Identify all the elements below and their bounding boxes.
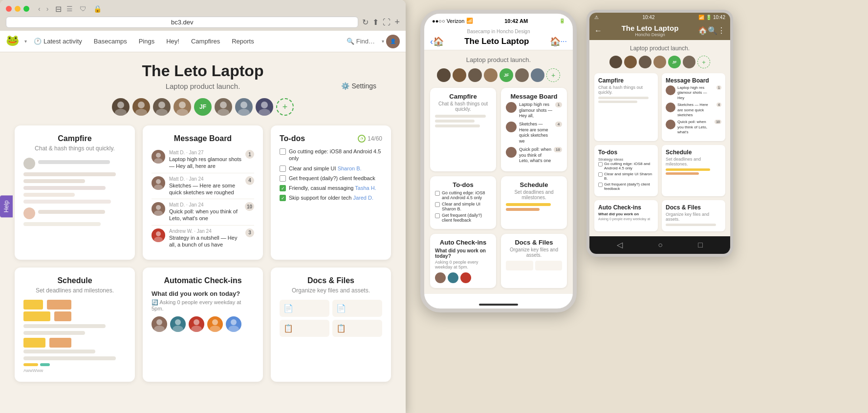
todo-text-1: Go cutting edge: iOS8 and Android 4.5 on…	[289, 148, 382, 162]
svg-point-5	[156, 109, 168, 116]
avatar-2[interactable]	[132, 98, 150, 116]
android-todos-card[interactable]: To-dos Strategy ideas Go cutting edge: i…	[594, 145, 658, 196]
nav-find[interactable]: 🔍 Find…	[342, 35, 380, 48]
todo-check-2[interactable]	[280, 165, 286, 172]
android-avatar-row: JF +	[594, 56, 725, 68]
ios-checkins-card[interactable]: Auto Check-ins What did you work on toda…	[430, 234, 496, 288]
fullscreen-button[interactable]: ⛶	[383, 18, 391, 27]
traffic-light-green[interactable]	[23, 6, 29, 12]
message-entry-4[interactable]: Andrew W. · Jan 24 Strategy in a nutshel…	[152, 226, 254, 251]
android-back-button[interactable]: ←	[594, 26, 602, 35]
android-schedule-card[interactable]: Schedule Set deadlines and milestones.	[662, 145, 725, 196]
ios-checkin-question: What did you work on today?	[435, 248, 491, 259]
nav-dropdown-right[interactable]: ▾	[382, 39, 384, 44]
traffic-light-yellow[interactable]	[15, 6, 21, 12]
android-msg-2: Sketches — Here are some quick sketches …	[666, 103, 721, 118]
ios-home-icon[interactable]: 🏠	[433, 36, 444, 47]
doc-item-4[interactable]: 📋	[332, 320, 382, 337]
help-button[interactable]: Help	[0, 196, 13, 218]
lock-button[interactable]: 🔒	[91, 4, 104, 14]
android-home-icon[interactable]: 🏠	[698, 26, 708, 35]
doc-item-3[interactable]: 📋	[280, 320, 329, 337]
ios-schedule-card[interactable]: Schedule Set deadlines and milestones.	[501, 176, 567, 229]
ios-todos-card[interactable]: To-dos Go cutting edge: iOS8 and Android…	[430, 176, 496, 229]
android-recents-nav[interactable]: □	[698, 241, 703, 249]
ios-campfire-card[interactable]: Campfire Chat & hash things out quickly.	[430, 88, 496, 171]
back-button[interactable]: ‹	[36, 4, 43, 14]
traffic-light-red[interactable]	[6, 6, 12, 12]
android-more-icon[interactable]: ⋮	[717, 26, 725, 35]
todo-item-4[interactable]: ✓ Friendly, casual messaging Tasha H.	[280, 185, 382, 191]
nav-reports[interactable]: Reports	[227, 35, 259, 48]
nav-basecamps[interactable]: Basecamps	[89, 35, 132, 48]
forward-button[interactable]: ›	[44, 4, 51, 14]
ios-page-title: The Leto Laptop	[444, 37, 550, 46]
svg-point-0	[117, 102, 124, 108]
android-home-nav[interactable]: ○	[658, 241, 663, 249]
avatar-5[interactable]	[215, 98, 232, 116]
doc-item-1[interactable]: 📄	[280, 300, 329, 317]
todo-item-3[interactable]: Get frequent (daily?) client feedback	[280, 175, 382, 182]
avatar-7[interactable]	[256, 98, 273, 116]
avatar-3[interactable]	[153, 98, 171, 116]
nav-dropdown-arrow[interactable]: ▾	[24, 39, 27, 44]
avatar-1[interactable]	[112, 98, 130, 116]
refresh-button[interactable]: ↻	[362, 18, 369, 27]
message-entry-2[interactable]: Matt D. · Jan 24 Sketches — Here are som…	[152, 173, 254, 200]
message-entry-3[interactable]: Matt D. · Jan 24 Quick poll: when you th…	[152, 199, 254, 226]
user-avatar[interactable]: 👤	[386, 35, 400, 48]
ios-message-board-card[interactable]: Message Board Laptop high res glamour sh…	[501, 88, 567, 171]
ios-avatar-3	[468, 68, 482, 82]
doc-item-2[interactable]: 📄	[332, 300, 382, 317]
android-check-3	[598, 183, 603, 187]
ios-docs-card[interactable]: Docs & Files Organize key files and asse…	[501, 234, 567, 288]
privacy-button[interactable]: 🛡	[78, 4, 88, 14]
android-add-member[interactable]: +	[697, 56, 710, 68]
ios-more-button[interactable]: ···	[561, 37, 567, 46]
android-campfire-card[interactable]: Campfire Chat & hash things out quickly.	[594, 73, 658, 141]
android-back-nav[interactable]: ◁	[617, 240, 623, 249]
todo-check-3[interactable]	[280, 175, 286, 182]
nav-campfires[interactable]: Campfires	[186, 35, 225, 48]
android-docs-card[interactable]: Docs & Files Organize key files and asse…	[662, 200, 725, 231]
ios-home-icon-2[interactable]: 🏠	[550, 36, 561, 47]
nav-hey[interactable]: Hey!	[161, 35, 184, 48]
todo-item-2[interactable]: Clear and simple UI Sharon B.	[280, 165, 382, 172]
android-search-icon[interactable]: 🔍	[708, 26, 717, 35]
ios-bottom-bar	[424, 294, 573, 309]
add-member-button[interactable]: +	[276, 98, 294, 116]
sidebar-toggle-button[interactable]: ⊟	[55, 4, 62, 14]
page-subtitle: Laptop product launch.	[15, 82, 391, 90]
nav-latest-activity[interactable]: 🕐 Latest activity	[29, 35, 87, 48]
todo-text-4: Friendly, casual messaging Tasha H.	[289, 185, 376, 191]
nav-pings[interactable]: Pings	[134, 35, 160, 48]
settings-button[interactable]: ⚙️ Settings	[341, 82, 376, 90]
todo-item-1[interactable]: Go cutting edge: iOS8 and Android 4.5 on…	[280, 148, 382, 162]
page-title: The Leto Laptop	[15, 62, 391, 80]
ios-nav-row2: ‹ 🏠 The Leto Laptop 🏠 ···	[430, 36, 567, 47]
avatar-4[interactable]	[174, 98, 191, 116]
avatar-6[interactable]	[235, 98, 253, 116]
clock-icon: 🕐	[34, 38, 42, 45]
android-checkins-card[interactable]: Auto Check-ins What did you work on Aski…	[594, 200, 658, 231]
todo-check-5[interactable]: ✓	[280, 195, 286, 201]
docs-title: Docs & Files	[280, 276, 382, 285]
ios-msg-entry-1: Laptop high res glamour shots — Hey all,…	[506, 102, 562, 119]
add-tab-button[interactable]: +	[394, 17, 400, 27]
android-nav-subtitle: Honcho Design	[602, 32, 698, 37]
svg-point-27	[191, 326, 202, 332]
ios-add-member[interactable]: +	[546, 68, 560, 82]
message-entry-1[interactable]: Matt D. · Jan 27 Laptop high res glamour…	[152, 147, 254, 173]
todo-check-4[interactable]: ✓	[280, 185, 286, 191]
ios-campfire-placeholder	[435, 115, 491, 127]
ios-avatar-row: JF +	[430, 68, 567, 82]
reader-button[interactable]: ☰	[65, 4, 75, 14]
todo-item-5[interactable]: ✓ Skip support for older tech Jared D.	[280, 194, 382, 201]
share-button[interactable]: ⬆	[372, 18, 379, 27]
avatar-jf[interactable]: JF	[194, 98, 212, 116]
android-msg-board-card[interactable]: Message Board Laptop high res glamour sh…	[662, 73, 725, 141]
todo-check-1[interactable]	[280, 148, 286, 155]
url-bar[interactable]: bc3.dev	[6, 17, 358, 28]
ios-msg-avatar-3	[506, 147, 517, 158]
android-todos-strategy: Strategy ideas	[598, 157, 654, 162]
